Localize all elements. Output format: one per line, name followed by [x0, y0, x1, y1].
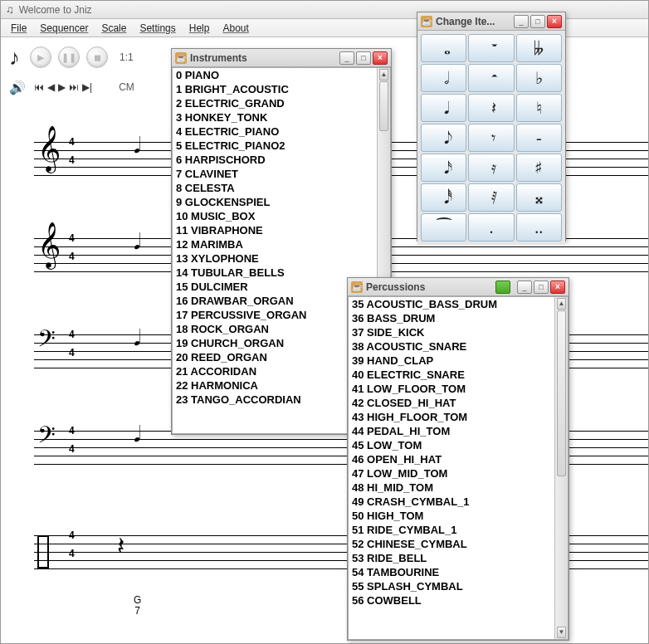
- scroll-thumb[interactable]: [557, 310, 566, 476]
- java-icon: ☕: [421, 16, 432, 27]
- palette-cell[interactable]: 𝅝: [421, 34, 466, 62]
- list-item[interactable]: 44 PEDAL_HI_TOM: [349, 424, 554, 438]
- list-item[interactable]: 40 ELECTRIC_SNARE: [349, 368, 554, 382]
- time-signature: 44: [69, 329, 75, 366]
- list-item[interactable]: 51 RIDE_CYMBAL_1: [349, 523, 554, 537]
- list-item[interactable]: 50 HIGH_TOM: [349, 509, 554, 523]
- list-item[interactable]: 56 COWBELL: [349, 593, 554, 607]
- palette-cell[interactable]: .: [468, 213, 514, 242]
- list-item[interactable]: 47 LOW_MID_TOM: [349, 466, 554, 481]
- palette-cell[interactable]: 𝅀: [468, 183, 514, 212]
- palette-cell[interactable]: ⁀: [421, 213, 466, 242]
- palette-cell[interactable]: 𝄫: [516, 34, 562, 62]
- step-back-icon[interactable]: ◀: [47, 81, 55, 93]
- eighth-note-icon: ♪: [9, 45, 20, 71]
- maximize-button[interactable]: □: [534, 281, 549, 294]
- list-item[interactable]: 45 LOW_TOM: [349, 438, 554, 452]
- close-button[interactable]: ×: [550, 281, 565, 294]
- list-item[interactable]: 7 CLAVINET: [173, 167, 377, 181]
- list-item[interactable]: 13 XYLOPHONE: [173, 251, 377, 266]
- list-item[interactable]: 12 MARIMBA: [173, 237, 377, 251]
- list-item[interactable]: 35 ACOUSTIC_BASS_DRUM: [349, 297, 554, 311]
- list-item[interactable]: 46 OPEN_HI_HAT: [349, 452, 554, 466]
- scroll-down-icon[interactable]: ▼: [557, 627, 566, 638]
- menu-settings[interactable]: Settings: [133, 20, 182, 37]
- scrollbar[interactable]: ▲ ▼: [554, 297, 568, 639]
- play-button[interactable]: ▶: [30, 46, 51, 68]
- palette-cell[interactable]: 𝅗𝅥: [421, 64, 466, 92]
- stop-button[interactable]: ◼: [86, 46, 108, 68]
- palette-cell[interactable]: 𝄽: [468, 94, 514, 122]
- close-button[interactable]: ×: [547, 15, 562, 28]
- palette-cell[interactable]: 𝅘𝅥𝅮: [421, 124, 466, 152]
- menu-help[interactable]: Help: [183, 20, 217, 37]
- list-item[interactable]: 1 BRIGHT_ACOUSTIC: [173, 82, 377, 96]
- instruments-titlebar[interactable]: ☕ Instruments _ □ ×: [172, 49, 391, 67]
- volume-icon[interactable]: 🔊: [9, 80, 26, 95]
- change-item-titlebar[interactable]: ☕ Change Ite... _ □ ×: [417, 12, 565, 31]
- minimize-button[interactable]: _: [517, 281, 532, 294]
- palette-cell[interactable]: ♮: [516, 94, 562, 122]
- palette-cell[interactable]: 𝄼: [468, 64, 514, 92]
- list-item[interactable]: 5 ELECTRIC_PIANO2: [173, 139, 377, 153]
- list-item[interactable]: 41 LOW_FLOOR_TOM: [349, 382, 554, 396]
- scroll-thumb[interactable]: [379, 81, 388, 131]
- palette-cell[interactable]: 𝄾: [468, 124, 514, 152]
- minimize-button[interactable]: _: [339, 51, 354, 65]
- list-item[interactable]: 55 SPLASH_CYMBAL: [349, 579, 554, 593]
- palette-cell[interactable]: 𝄿: [468, 154, 514, 182]
- bass-clef-icon: 𝄢: [37, 328, 56, 356]
- list-item[interactable]: 36 BASS_DRUM: [349, 311, 554, 325]
- green-action-button[interactable]: [495, 281, 510, 294]
- list-item[interactable]: 53 RIDE_BELL: [349, 551, 554, 565]
- palette-cell[interactable]: ♭: [516, 64, 562, 92]
- list-item[interactable]: 11 VIBRAPHONE: [173, 223, 377, 237]
- menu-about[interactable]: About: [216, 20, 255, 37]
- scroll-up-icon[interactable]: ▲: [557, 298, 566, 310]
- palette-cell[interactable]: -: [516, 124, 562, 152]
- palette-grid: 𝅝𝄻𝄫𝅗𝅥𝄼♭𝅘𝅥𝄽♮𝅘𝅥𝅮𝄾-𝅘𝅥𝅯𝄿♯𝅘𝅥𝅰𝅀𝄪⁀...: [417, 31, 565, 245]
- palette-cell[interactable]: ..: [516, 213, 562, 242]
- change-item-window[interactable]: ☕ Change Ite... _ □ × 𝅝𝄻𝄫𝅗𝅥𝄼♭𝅘𝅥𝄽♮𝅘𝅥𝅮𝄾-𝅘𝅥…: [417, 12, 566, 242]
- menu-sequencer[interactable]: Sequencer: [33, 20, 95, 37]
- list-item[interactable]: 37 SIDE_KICK: [349, 325, 554, 339]
- list-item[interactable]: 2 ELECTRIC_GRAND: [173, 96, 377, 110]
- step-fwd-icon[interactable]: ▶: [58, 81, 66, 93]
- palette-cell[interactable]: 𝄪: [516, 183, 562, 212]
- fast-fwd-icon[interactable]: ⏭: [69, 81, 79, 93]
- list-item[interactable]: 0 PIANO: [173, 68, 377, 82]
- list-item[interactable]: 43 HIGH_FLOOR_TOM: [349, 410, 554, 424]
- list-item[interactable]: 6 HARPISCHORD: [173, 153, 377, 167]
- maximize-button[interactable]: □: [356, 51, 371, 65]
- palette-cell[interactable]: 𝄻: [468, 34, 514, 62]
- end-icon[interactable]: ▶|: [82, 81, 92, 93]
- percussions-window[interactable]: ☕ Percussions _ □ × 35 ACOUSTIC_BASS_DRU…: [347, 277, 569, 641]
- palette-cell[interactable]: 𝅘𝅥𝅰: [421, 183, 466, 212]
- list-item[interactable]: 3 HONKEY_TONK: [173, 110, 377, 124]
- list-item[interactable]: 38 ACOUSTIC_SNARE: [349, 339, 554, 354]
- percussions-titlebar[interactable]: ☕ Percussions _ □ ×: [348, 278, 568, 296]
- list-item[interactable]: 42 CLOSED_HI_HAT: [349, 396, 554, 410]
- rewind-start-icon[interactable]: ⏮: [34, 81, 44, 93]
- list-item[interactable]: 9 GLOCKENSPIEL: [173, 195, 377, 209]
- list-item[interactable]: 8 CELESTA: [173, 181, 377, 195]
- maximize-button[interactable]: □: [530, 15, 545, 28]
- minimize-button[interactable]: _: [514, 15, 529, 28]
- change-item-title: Change Ite...: [436, 16, 510, 27]
- palette-cell[interactable]: ♯: [516, 154, 562, 182]
- list-item[interactable]: 48 HI_MID_TOM: [349, 481, 554, 495]
- list-item[interactable]: 10 MUSIC_BOX: [173, 209, 377, 223]
- list-item[interactable]: 52 CHINESE_CYMBAL: [349, 537, 554, 551]
- scroll-up-icon[interactable]: ▲: [379, 69, 388, 80]
- palette-cell[interactable]: 𝅘𝅥𝅯: [421, 154, 466, 182]
- java-icon: ☕: [175, 52, 187, 64]
- palette-cell[interactable]: 𝅘𝅥: [421, 94, 466, 122]
- list-item[interactable]: 54 TAMBOURINE: [349, 565, 554, 579]
- list-item[interactable]: 4 ELECTRIC_PIANO: [173, 124, 377, 139]
- list-item[interactable]: 39 HAND_CLAP: [349, 354, 554, 368]
- menu-scale[interactable]: Scale: [95, 20, 133, 37]
- pause-button[interactable]: ❚❚: [58, 46, 80, 68]
- close-button[interactable]: ×: [373, 51, 388, 65]
- list-item[interactable]: 49 CRASH_CYMBAL_1: [349, 495, 554, 509]
- menu-file[interactable]: File: [4, 20, 33, 37]
